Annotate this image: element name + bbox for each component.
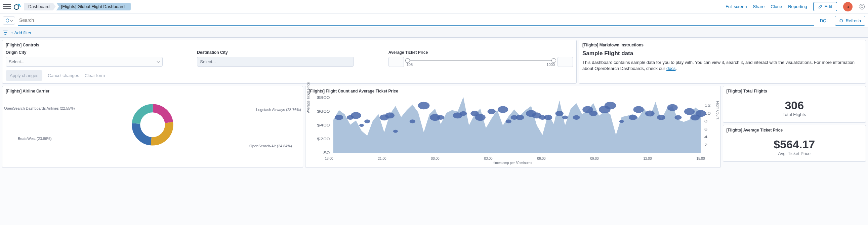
svg-point-14 <box>335 115 343 120</box>
ticket-price-control: Average Ticket Price 105 1000 <box>389 50 573 67</box>
svg-text:6: 6 <box>704 127 707 131</box>
donut-label-logstash: Logstash Airways (28.76%) <box>256 108 301 112</box>
svg-point-47 <box>629 115 637 120</box>
svg-point-51 <box>667 104 678 111</box>
origin-city-label: Origin City <box>6 50 190 55</box>
opensearch-logo-icon[interactable] <box>13 3 22 11</box>
chevron-down-icon <box>10 18 13 23</box>
help-icon[interactable] <box>859 3 865 10</box>
breadcrumb-dashboard[interactable]: Dashboard <box>24 3 56 10</box>
slider-max-label: 1000 <box>547 62 555 66</box>
index-icon <box>5 18 10 23</box>
airline-carrier-panel: [Flights] Airline Carrier OpenSearch Das… <box>2 86 303 168</box>
svg-text:$600: $600 <box>317 109 330 113</box>
apply-changes-button[interactable]: Apply changes <box>6 70 42 81</box>
svg-point-2 <box>861 5 863 8</box>
origin-city-value: Select... <box>9 59 25 64</box>
panel-title: [Flights] Flight Count and Average Ticke… <box>309 89 717 93</box>
svg-point-45 <box>604 102 616 110</box>
refresh-icon <box>839 19 843 23</box>
svg-point-38 <box>544 115 552 120</box>
y-axis-left-label: Average Ticket Price <box>306 82 310 113</box>
top-actions: Full screen Share Clone Reporting Edit a <box>725 2 865 11</box>
svg-point-32 <box>505 119 511 123</box>
airline-carrier-chart[interactable]: OpenSearch Dashboards Airlines (22.55%) … <box>6 96 300 153</box>
panel-title: [Flights] Markdown Instructions <box>582 43 862 48</box>
ticket-price-label: Average Ticket Price <box>389 50 573 55</box>
svg-point-16 <box>350 112 361 119</box>
total-flights-panel: [Flights] Total Flights 306 Total Flight… <box>723 86 866 123</box>
svg-text:$400: $400 <box>317 123 330 127</box>
svg-point-49 <box>645 110 655 116</box>
dql-toggle[interactable]: DQL <box>816 18 832 23</box>
avatar[interactable]: a <box>843 2 852 11</box>
docs-link[interactable]: docs <box>666 66 676 71</box>
add-filter-button[interactable]: + Add filter <box>11 30 32 35</box>
svg-point-40 <box>562 116 568 119</box>
clear-form-button[interactable]: Clear form <box>85 73 105 78</box>
svg-point-48 <box>633 106 644 113</box>
refresh-button[interactable]: Refresh <box>835 16 865 26</box>
svg-point-29 <box>475 114 485 121</box>
svg-text:$200: $200 <box>317 137 330 141</box>
nav-toggle-button[interactable] <box>3 3 11 11</box>
ticket-price-slider[interactable]: 105 1000 <box>407 57 555 66</box>
cancel-changes-button[interactable]: Cancel changes <box>48 73 79 78</box>
svg-text:$0: $0 <box>323 151 330 155</box>
dest-city-value: Select... <box>200 59 216 64</box>
svg-point-30 <box>487 109 495 114</box>
svg-point-43 <box>589 111 597 116</box>
filter-options-icon[interactable] <box>3 30 8 35</box>
svg-point-53 <box>684 108 694 115</box>
edit-button[interactable]: Edit <box>813 2 837 11</box>
donut-label-beatswest: BeatsWest (23.86%) <box>18 137 52 141</box>
donut-chart-icon <box>131 103 175 147</box>
svg-point-50 <box>657 115 665 120</box>
markdown-heading: Sample Flight data <box>582 50 862 57</box>
svg-point-41 <box>572 115 580 120</box>
svg-point-18 <box>364 119 370 123</box>
slider-thumb-min[interactable] <box>405 58 410 63</box>
svg-point-34 <box>516 115 524 120</box>
dest-city-control: Destination City Select... <box>197 50 381 67</box>
slider-thumb-max[interactable] <box>552 58 556 63</box>
flight-combo-chart[interactable]: Average Ticket Price Flight Count $0$200… <box>309 96 717 157</box>
breadcrumb-current[interactable]: [Flights] Global Flight Dashboard <box>54 3 131 10</box>
panel-title: [Flights] Average Ticket Price <box>726 128 863 133</box>
donut-label-opensearch-air: OpenSearch-Air (24.84%) <box>249 144 292 148</box>
svg-point-21 <box>393 130 398 133</box>
svg-point-1 <box>860 4 865 9</box>
svg-point-22 <box>409 119 415 123</box>
slider-max-input[interactable] <box>558 57 573 67</box>
dest-city-select[interactable]: Select... <box>197 57 354 66</box>
breadcrumb: Dashboard [Flights] Global Flight Dashbo… <box>24 3 131 10</box>
svg-point-20 <box>385 112 395 118</box>
query-bar: DQL Refresh <box>0 13 868 28</box>
donut-label-osd-airlines: OpenSearch Dashboards Airlines (22.55%) <box>4 106 74 110</box>
svg-point-46 <box>619 120 624 123</box>
svg-point-23 <box>418 102 430 110</box>
search-input[interactable] <box>18 16 814 26</box>
top-navbar: Dashboard [Flights] Global Flight Dashbo… <box>0 0 868 13</box>
fullscreen-link[interactable]: Full screen <box>725 4 747 9</box>
svg-point-55 <box>695 110 706 117</box>
reporting-link[interactable]: Reporting <box>788 4 807 9</box>
origin-city-select[interactable]: Select... <box>6 57 163 66</box>
avg-ticket-price-panel: [Flights] Average Ticket Price $564.17 A… <box>723 125 866 162</box>
total-flights-sub: Total Flights <box>726 112 863 117</box>
svg-text:4: 4 <box>704 135 707 139</box>
panel-title: [Flights] Controls <box>6 43 573 48</box>
svg-point-52 <box>675 115 682 120</box>
svg-point-17 <box>359 124 364 127</box>
svg-point-31 <box>498 106 508 113</box>
chevron-down-icon <box>157 59 160 64</box>
share-link[interactable]: Share <box>753 4 765 9</box>
slider-min-input[interactable] <box>389 57 404 67</box>
index-pattern-button[interactable] <box>3 17 15 25</box>
svg-text:2: 2 <box>704 143 707 147</box>
controls-panel: [Flights] Controls Origin City Select...… <box>2 40 577 84</box>
svg-point-0 <box>14 5 19 9</box>
dest-city-label: Destination City <box>197 50 381 55</box>
avg-price-value: $564.17 <box>726 138 863 151</box>
clone-link[interactable]: Clone <box>771 4 782 9</box>
